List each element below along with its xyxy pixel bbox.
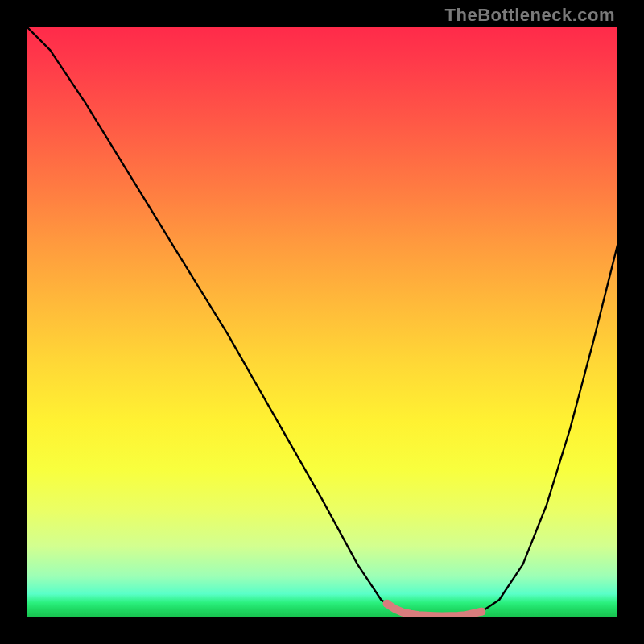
watermark-text: TheBottleneck.com — [445, 5, 615, 26]
chart-container: TheBottleneck.com — [0, 0, 644, 644]
plot-background — [27, 27, 617, 617]
